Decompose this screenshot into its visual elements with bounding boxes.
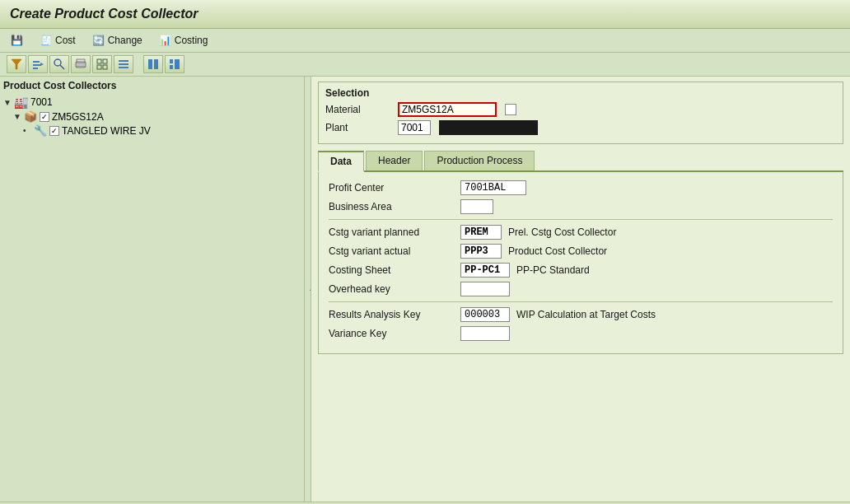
toolbar: [0, 53, 850, 77]
business-area-input[interactable]: [460, 199, 493, 214]
toolbar-btn-layout[interactable]: [114, 55, 133, 73]
cstg-planned-input[interactable]: [460, 225, 502, 240]
main-layout: Product Cost Collectors ▼ 🏭 7001 ▼ 📦 ✓ Z…: [0, 77, 850, 502]
toolbar-btn-search[interactable]: [49, 55, 69, 73]
toolbar-btn-print[interactable]: [71, 55, 91, 73]
cstg-actual-input[interactable]: [460, 244, 502, 259]
business-area-row: Business Area: [329, 199, 833, 214]
costing-sheet-desc: PP-PC Standard: [516, 264, 590, 276]
material-copy-icon[interactable]: [505, 104, 516, 115]
product-icon: 📦: [24, 110, 37, 123]
menu-cost-label: Cost: [55, 35, 76, 46]
results-analysis-row: Results Analysis Key WIP Calculation at …: [329, 307, 833, 322]
svg-rect-17: [148, 59, 152, 69]
costing-sheet-label: Costing Sheet: [329, 264, 460, 276]
plant-input[interactable]: [398, 120, 431, 135]
svg-rect-11: [103, 59, 107, 63]
separator-1: [329, 219, 833, 220]
svg-rect-2: [33, 64, 41, 66]
menu-item-save[interactable]: 💾: [7, 32, 26, 49]
svg-marker-4: [40, 63, 44, 66]
title-bar: Create Product Cost Collector: [0, 0, 850, 29]
cstg-planned-row: Cstg variant planned Prel. Cstg Cost Col…: [329, 225, 833, 240]
tab-header[interactable]: Header: [366, 151, 423, 170]
cstg-actual-desc: Product Cost Collector: [508, 245, 607, 257]
toolbar-btn-forward[interactable]: [165, 55, 184, 73]
variance-key-input[interactable]: [460, 326, 510, 341]
svg-rect-10: [97, 59, 101, 63]
costing-icon: 📊: [159, 34, 172, 47]
svg-rect-12: [97, 65, 101, 69]
profit-center-row: Profit Center: [329, 180, 833, 195]
expand-icon-zm5gs12a: ▼: [13, 112, 21, 121]
tree-item-tangled-wire[interactable]: • 🔧 ✓ TANGLED WIRE JV: [3, 124, 301, 138]
separator-2: [329, 301, 833, 302]
change-icon: 🔄: [92, 34, 105, 47]
variance-key-label: Variance Key: [329, 328, 460, 339]
tree-label-zm5gs12a: ZM5GS12A: [52, 111, 104, 123]
svg-rect-19: [170, 59, 173, 63]
plant-redacted: [439, 120, 538, 135]
material-row: Material: [325, 102, 836, 117]
page-title: Create Product Cost Collector: [10, 7, 840, 21]
tree-label-tangled: TANGLED WIRE JV: [62, 125, 151, 137]
cost-icon: 🧾: [40, 34, 53, 47]
save-icon: 💾: [10, 34, 23, 47]
overhead-key-input[interactable]: [460, 282, 510, 296]
costing-sheet-row: Costing Sheet PP-PC Standard: [329, 263, 833, 278]
toolbar-btn-expand[interactable]: [28, 55, 48, 73]
toolbar-btn-filter[interactable]: [7, 55, 26, 73]
svg-rect-13: [103, 65, 107, 69]
svg-point-5: [54, 59, 61, 66]
right-panel: Selection Material Plant Data Head: [311, 77, 850, 502]
svg-rect-15: [119, 63, 128, 65]
svg-rect-3: [33, 68, 38, 69]
tabs-bar: Data Header Production Process: [318, 151, 843, 172]
material-input[interactable]: [398, 102, 497, 117]
tab-content-data: Profit Center Business Area Cstg variant…: [318, 172, 843, 354]
menu-item-change[interactable]: 🔄 Change: [89, 32, 146, 49]
left-panel: Product Cost Collectors ▼ 🏭 7001 ▼ 📦 ✓ Z…: [0, 77, 305, 502]
factory-icon: 🏭: [14, 96, 28, 109]
menu-item-costing[interactable]: 📊 Costing: [156, 32, 212, 49]
tabs-container: Data Header Production Process Profit Ce…: [318, 151, 843, 354]
tree-item-7001[interactable]: ▼ 🏭 7001: [3, 95, 301, 110]
material-label: Material: [325, 104, 391, 115]
svg-rect-1: [33, 61, 40, 63]
svg-rect-20: [170, 65, 173, 69]
cstg-actual-row: Cstg variant actual Product Cost Collect…: [329, 244, 833, 259]
wire-icon: 🔧: [34, 124, 47, 137]
menu-change-label: Change: [108, 35, 142, 46]
tree-item-zm5gs12a[interactable]: ▼ 📦 ✓ ZM5GS12A: [3, 110, 301, 124]
cstg-planned-desc: Prel. Cstg Cost Collector: [508, 226, 616, 238]
toolbar-btn-grid[interactable]: [92, 55, 112, 73]
tree-title: Product Cost Collectors: [3, 80, 301, 91]
svg-rect-16: [119, 67, 128, 68]
cstg-actual-label: Cstg variant actual: [329, 245, 460, 257]
menu-costing-label: Costing: [175, 35, 208, 46]
overhead-key-row: Overhead key: [329, 282, 833, 296]
checkbox-zm5gs12a[interactable]: ✓: [40, 112, 49, 122]
results-analysis-desc: WIP Calculation at Target Costs: [516, 309, 656, 320]
results-analysis-input[interactable]: [460, 307, 510, 322]
toolbar-btn-back[interactable]: [143, 55, 163, 73]
menu-item-cost[interactable]: 🧾 Cost: [36, 32, 79, 49]
expand-icon-7001: ▼: [3, 98, 12, 107]
tree-label-7001: 7001: [30, 96, 53, 108]
selection-title: Selection: [325, 87, 836, 99]
svg-rect-9: [76, 63, 86, 67]
tab-production-process[interactable]: Production Process: [424, 151, 535, 170]
svg-line-6: [60, 65, 64, 69]
svg-rect-21: [175, 59, 180, 69]
results-analysis-label: Results Analysis Key: [329, 309, 460, 320]
profit-center-input[interactable]: [460, 180, 526, 195]
overhead-key-label: Overhead key: [329, 283, 460, 295]
tab-data[interactable]: Data: [318, 151, 364, 172]
svg-marker-0: [12, 59, 21, 69]
costing-sheet-input[interactable]: [460, 263, 510, 278]
expand-icon-tangled: •: [23, 126, 31, 135]
plant-label: Plant: [325, 122, 391, 133]
checkbox-tangled[interactable]: ✓: [49, 126, 59, 136]
tab-data-label: Data: [330, 156, 352, 167]
cstg-planned-label: Cstg variant planned: [329, 226, 460, 238]
